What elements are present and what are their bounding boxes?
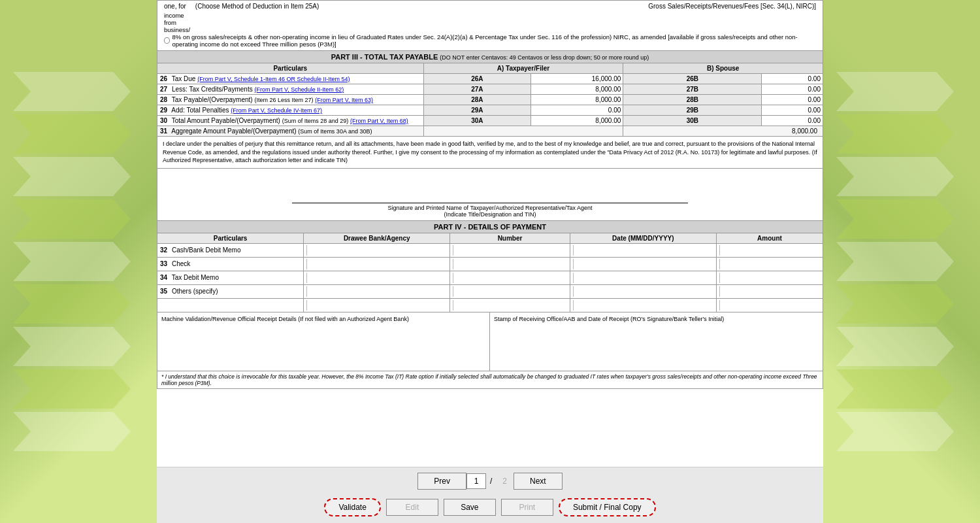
row33-number[interactable] <box>450 257 570 271</box>
row32-date-input[interactable] <box>573 245 713 256</box>
row32-amount[interactable] <box>716 243 823 257</box>
stamp-area: Machine Validation/Revenue Official Rece… <box>157 312 823 371</box>
row30-code-b: 30B <box>623 116 762 126</box>
chevron-r7 <box>836 327 954 366</box>
footnote: * I understand that this choice is irrev… <box>157 371 823 389</box>
row32-number-input[interactable] <box>453 245 566 256</box>
row30-val-a: 8,000.00 <box>531 116 623 126</box>
row33-amount[interactable] <box>716 257 823 271</box>
signature-label1: Signature and Printed Name of Taxpayer/A… <box>292 205 688 211</box>
validate-button[interactable]: Validate <box>324 498 380 516</box>
part4-title: PART IV - DETAILS OF PAYMENT <box>434 223 546 231</box>
top-section: one, for (Choose Method of Deduction in … <box>157 0 823 50</box>
prev-button[interactable]: Prev <box>417 473 466 490</box>
choose-method-label: (Choose Method of Deduction in Item 25A) <box>195 3 319 10</box>
row34-date-input[interactable] <box>573 273 713 283</box>
row35-amount[interactable] <box>716 284 823 298</box>
edit-button[interactable]: Edit <box>386 499 438 516</box>
row27-val-a: 8,000.00 <box>531 84 623 95</box>
row35-amount-input[interactable] <box>719 286 820 297</box>
row28-val-a: 8,000.00 <box>531 95 623 105</box>
row30-link[interactable]: (From Part V, Item 68) <box>350 118 408 124</box>
extra-input-row <box>157 298 823 312</box>
row35-drawee-input[interactable] <box>306 286 447 297</box>
table-row: 34 Tax Debit Memo <box>157 271 823 284</box>
row30-label: 30 Total Amount Payable/(Overpayment) (S… <box>157 116 424 126</box>
extra-drawee-input[interactable] <box>306 300 447 311</box>
total-pages: 2 <box>496 474 514 488</box>
part4-header: PART IV - DETAILS OF PAYMENT <box>157 221 823 233</box>
row34-date[interactable] <box>570 271 716 284</box>
chevron-3 <box>13 157 131 196</box>
part3-subtitle: (DO NOT enter Centavos: 49 Centavos or l… <box>440 54 649 61</box>
row35-number[interactable] <box>450 284 570 298</box>
row34-label: 34 Tax Debit Memo <box>157 271 304 284</box>
row27-link[interactable]: (From Part V, Schedule II-Item 62) <box>254 86 344 93</box>
row34-drawee[interactable] <box>304 271 450 284</box>
chevron-r5 <box>836 242 954 281</box>
table-row: 27 Less: Tax Credits/Payments (From Part… <box>157 84 823 95</box>
extra-amount-input[interactable] <box>719 300 820 311</box>
row26-val-b: 0.00 <box>762 74 823 84</box>
row34-amount[interactable] <box>716 271 823 284</box>
extra-date[interactable] <box>570 298 716 312</box>
row34-number[interactable] <box>450 271 570 284</box>
stamp-right: Stamp of Receiving Office/AAB and Date o… <box>490 312 823 371</box>
row33-drawee-input[interactable] <box>306 259 447 269</box>
row34-amount-input[interactable] <box>719 273 820 283</box>
row31: 31 Aggregate Amount Payable/(Overpayment… <box>157 126 823 137</box>
extra-number-input[interactable] <box>453 300 566 311</box>
row33-date[interactable] <box>570 257 716 271</box>
current-page: 1 <box>466 473 486 489</box>
table-row: 35 Others (specify) <box>157 284 823 298</box>
table-row: 33 Check <box>157 257 823 271</box>
save-button[interactable]: Save <box>444 499 496 516</box>
row26-link[interactable]: (From Part V, Schedule 1-Item 46 OR Sche… <box>197 76 350 82</box>
row35-number-input[interactable] <box>453 286 566 297</box>
bg-right <box>797 0 980 523</box>
row29-link[interactable]: (From Part V, Schedule IV-Item 67) <box>231 107 322 114</box>
row29-val-b: 0.00 <box>762 105 823 116</box>
row33-drawee[interactable] <box>304 257 450 271</box>
extra-specify[interactable] <box>157 298 304 312</box>
extra-drawee[interactable] <box>304 298 450 312</box>
extra-specify-input[interactable] <box>160 300 301 311</box>
row32-drawee-input[interactable] <box>306 245 447 256</box>
row33-label: 33 Check <box>157 257 304 271</box>
row32-date[interactable] <box>570 243 716 257</box>
submit-button[interactable]: Submit / Final Copy <box>559 498 656 516</box>
stamp-right-label: Stamp of Receiving Office/AAB and Date o… <box>494 316 724 322</box>
radio-8pct[interactable] <box>164 37 170 44</box>
row33-number-input[interactable] <box>453 259 566 269</box>
row27-code-a: 27A <box>423 84 531 95</box>
row34-drawee-input[interactable] <box>306 273 447 283</box>
print-button[interactable]: Print <box>501 499 553 516</box>
row32-drawee[interactable] <box>304 243 450 257</box>
extra-number[interactable] <box>450 298 570 312</box>
signature-area: Signature and Printed Name of Taxpayer/A… <box>157 169 823 221</box>
row26-label: 26 Tax Due (From Part V, Schedule 1-Item… <box>157 74 424 84</box>
row33-amount-input[interactable] <box>719 259 820 269</box>
row35-date[interactable] <box>570 284 716 298</box>
row32-amount-input[interactable] <box>719 245 820 256</box>
row33-date-input[interactable] <box>573 259 713 269</box>
part4-col-amount: Amount <box>716 233 823 243</box>
extra-date-input[interactable] <box>573 300 713 311</box>
row32-label: 32 Cash/Bank Debit Memo <box>157 243 304 257</box>
row28-link[interactable]: (From Part V, Item 63) <box>315 97 373 103</box>
row29-code-b: 29B <box>623 105 762 116</box>
row29-val-a: 0.00 <box>531 105 623 116</box>
row35-drawee[interactable] <box>304 284 450 298</box>
table-row: 26 Tax Due (From Part V, Schedule 1-Item… <box>157 74 823 84</box>
next-button[interactable]: Next <box>514 473 563 490</box>
row35-date-input[interactable] <box>573 286 713 297</box>
form-container: one, for (Choose Method of Deduction in … <box>157 0 823 523</box>
chevron-5 <box>13 242 131 281</box>
extra-amount[interactable] <box>716 298 823 312</box>
row28-code-a: 28A <box>423 95 531 105</box>
action-bar: Validate Edit Save Print Submit / Final … <box>157 495 823 523</box>
stamp-left-label: Machine Validation/Revenue Official Rece… <box>161 316 409 322</box>
row32-number[interactable] <box>450 243 570 257</box>
row28-code-b: 28B <box>623 95 762 105</box>
row34-number-input[interactable] <box>453 273 566 283</box>
